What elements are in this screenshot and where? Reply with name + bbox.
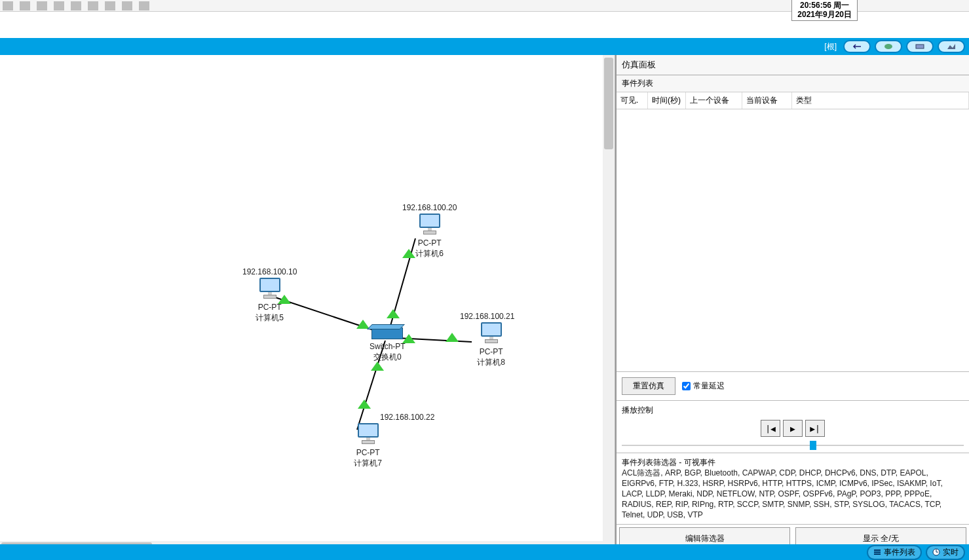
col-last-device[interactable]: 上一个设备 (686, 92, 742, 109)
note-icon[interactable] (71, 1, 81, 10)
top-toolbar: 20:56:56 周一 2021年9月20日 (0, 0, 969, 12)
switch-icon (371, 327, 403, 339)
zoom-in-icon[interactable] (3, 1, 13, 10)
constant-delay-label: 常量延迟 (693, 381, 725, 392)
switch-name: 交换机0 (370, 352, 406, 362)
col-at-device[interactable]: 当前设备 (742, 92, 792, 109)
background-pill[interactable] (938, 40, 965, 53)
simulation-panel: 仿真面板 事件列表 可见. 时间(秒) 上一个设备 当前设备 类型 重置仿真 常… (615, 55, 969, 553)
pc7-name: 计算机7 (341, 458, 395, 468)
pc5-ip: 192.168.100.10 (242, 267, 297, 276)
pc6-name: 计算机6 (402, 249, 457, 258)
pc5-name: 计算机5 (242, 313, 297, 322)
event-list-header: 可见. 时间(秒) 上一个设备 当前设备 类型 (617, 92, 969, 109)
event-list-chip-label: 事件列表 (884, 547, 915, 558)
playback-slider[interactable] (622, 439, 964, 451)
device-pc5[interactable]: 192.168.100.10 PC-PT 计算机5 (242, 267, 297, 322)
filter-title: 事件列表筛选器 - 可视事件 (622, 457, 964, 468)
event-list-label: 事件列表 (617, 75, 969, 92)
svg-rect-17 (874, 553, 881, 555)
status-bar: 事件列表 实时 (0, 544, 969, 560)
clock-icon (932, 548, 940, 556)
clock-date: 2021年9月20日 (797, 10, 852, 19)
cluster-pill[interactable] (875, 40, 902, 53)
realtime-chip-label: 实时 (943, 547, 959, 558)
pc-icon (257, 278, 283, 301)
nav-back-pill[interactable] (843, 40, 871, 53)
sim-panel-title: 仿真面板 (617, 55, 969, 75)
reset-simulation-button[interactable]: 重置仿真 (622, 377, 675, 395)
svg-rect-15 (874, 550, 881, 551)
constant-delay-input[interactable] (682, 382, 691, 390)
col-type[interactable]: 类型 (792, 92, 969, 109)
playback-label: 播放控制 (622, 405, 964, 416)
pc-icon (417, 214, 443, 237)
clock-time: 20:56:56 周一 (797, 1, 852, 10)
svg-marker-2 (947, 44, 955, 49)
device-pc8[interactable]: 192.168.100.21 PC-PT 计算机8 (464, 312, 518, 367)
svg-marker-8 (356, 320, 370, 329)
physical-pill[interactable] (906, 40, 934, 53)
col-visible[interactable]: 可见. (617, 92, 648, 109)
event-list-body (617, 109, 969, 371)
topology-links (0, 55, 615, 553)
device-pc7[interactable]: 192.168.100.22 PC-PT 计算机7 (341, 413, 395, 468)
pc8-name: 计算机8 (464, 358, 518, 367)
pc6-ip: 192.168.100.20 (402, 203, 457, 212)
svg-point-0 (884, 44, 892, 49)
step-back-button[interactable]: |◀ (761, 420, 780, 437)
svg-marker-10 (387, 309, 400, 318)
pc-icon (355, 423, 381, 447)
svg-marker-11 (446, 333, 459, 342)
pc8-ip: 192.168.100.21 (460, 312, 514, 321)
filter-protocol-list: ACL筛选器, ARP, BGP, Bluetooth, CAPWAP, CDP… (622, 468, 964, 520)
switch-model: Switch-PT (370, 342, 406, 351)
pc8-model: PC-PT (464, 347, 518, 356)
step-forward-button[interactable]: ▶| (805, 420, 825, 437)
logical-workspace[interactable]: 192.168.100.10 PC-PT 计算机5 192.168.100.20… (0, 55, 615, 553)
col-time[interactable]: 时间(秒) (648, 92, 686, 109)
workspace-vscroll[interactable] (603, 55, 615, 553)
svg-rect-1 (916, 45, 924, 48)
play-button[interactable]: ▶ (783, 420, 803, 437)
realtime-chip[interactable]: 实时 (926, 545, 965, 560)
pc-icon (478, 322, 504, 346)
list-icon (873, 548, 881, 556)
event-list-chip[interactable]: 事件列表 (867, 545, 922, 560)
svg-rect-16 (874, 551, 881, 553)
constant-delay-checkbox[interactable]: 常量延迟 (682, 381, 725, 392)
zoom-out-icon[interactable] (37, 1, 47, 10)
cloud-icon[interactable] (139, 1, 149, 10)
svg-marker-13 (371, 362, 384, 371)
pc5-model: PC-PT (242, 303, 297, 312)
svg-line-5 (397, 338, 472, 342)
printer-icon[interactable] (122, 1, 132, 10)
device-switch0[interactable]: Switch-PT 交换机0 (370, 327, 406, 362)
pc7-ip: 192.168.100.22 (380, 413, 434, 422)
pc6-model: PC-PT (402, 238, 457, 248)
view-bar: [根] (0, 38, 969, 55)
server-icon[interactable] (105, 1, 115, 10)
clock-box: 20:56:56 周一 2021年9月20日 (791, 0, 858, 21)
clipboard-icon[interactable] (88, 1, 98, 10)
draw-rect-icon[interactable] (54, 1, 64, 10)
root-label: [根] (824, 41, 837, 52)
pc7-model: PC-PT (341, 448, 395, 457)
device-pc6[interactable]: 192.168.100.20 PC-PT 计算机6 (402, 203, 457, 258)
svg-marker-14 (358, 400, 371, 409)
zoom-reset-icon[interactable] (20, 1, 30, 10)
